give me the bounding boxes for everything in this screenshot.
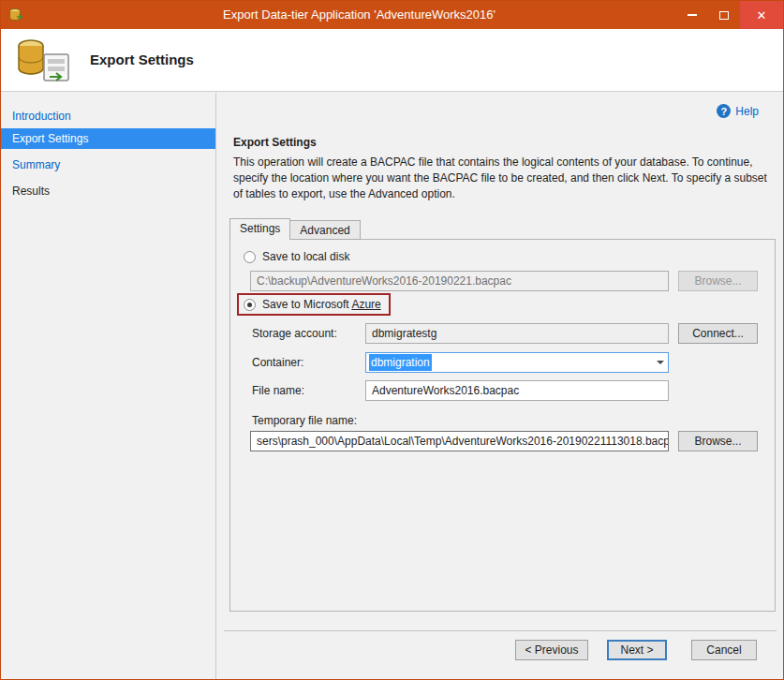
local-disk-browse-button: Browse... [678, 271, 758, 291]
sidebar-item-summary[interactable]: Summary [1, 155, 215, 175]
tab-advanced[interactable]: Advanced [290, 220, 360, 240]
maximize-button[interactable] [708, 1, 740, 29]
save-to-local-disk-option[interactable]: Save to local disk [244, 250, 349, 263]
chevron-down-icon [657, 361, 664, 364]
minimize-button[interactable] [676, 1, 708, 29]
temp-file-name-label: Temporary file name: [252, 410, 357, 431]
cancel-button[interactable]: Cancel [691, 640, 757, 660]
save-to-local-disk-label: Save to local disk [262, 250, 349, 263]
container-combobox[interactable]: dbmigration [365, 352, 669, 373]
container-label: Container: [252, 352, 303, 373]
wizard-steps-sidebar: Introduction Export Settings Summary Res… [1, 93, 216, 679]
radio-selected-dot [247, 303, 252, 307]
azure-option-highlight-box: Save to Microsoft Azure [237, 293, 391, 316]
connect-button[interactable]: Connect... [678, 323, 758, 344]
maximize-icon [719, 11, 729, 20]
next-button[interactable]: Next > [607, 640, 667, 660]
save-to-azure-radio[interactable] [244, 299, 256, 311]
save-to-azure-label: Save to Microsoft Azure [262, 298, 381, 311]
close-button[interactable]: ✕ [740, 1, 783, 29]
storage-account-label: Storage account: [252, 323, 337, 344]
footer-divider [224, 630, 777, 631]
export-wizard-window: Export Data-tier Application 'AdventureW… [0, 0, 784, 680]
description-text: This operation will create a BACPAC file… [233, 155, 777, 202]
file-name-label: File name: [252, 380, 304, 401]
local-disk-path-field: C:\backup\AdventureWorks2016-20190221.ba… [250, 271, 669, 291]
file-name-field[interactable]: AdventureWorks2016.bacpac [365, 380, 669, 401]
titlebar[interactable]: Export Data-tier Application 'AdventureW… [1, 1, 783, 29]
window-controls: ✕ [676, 1, 783, 29]
minimize-icon [688, 14, 697, 16]
wizard-header: Export Settings [1, 29, 783, 92]
save-to-local-disk-radio[interactable] [244, 251, 256, 263]
temp-file-browse-button[interactable]: Browse... [678, 431, 758, 451]
storage-account-field[interactable]: dbmigratestg [365, 323, 669, 344]
tab-settings[interactable]: Settings [229, 218, 290, 240]
sidebar-item-export-settings[interactable]: Export Settings [1, 128, 215, 149]
save-to-azure-option[interactable]: Save to Microsoft Azure [244, 298, 381, 311]
section-title: Export Settings [233, 136, 317, 149]
tab-strip: Settings Advanced [229, 218, 361, 240]
previous-button[interactable]: < Previous [515, 640, 588, 660]
help-icon: ? [717, 104, 731, 118]
close-icon: ✕ [757, 8, 767, 22]
temp-file-name-field[interactable]: sers\prash_000\AppData\Local\Temp\Advent… [250, 431, 669, 451]
sidebar-item-introduction[interactable]: Introduction [1, 106, 215, 126]
app-icon [8, 7, 23, 22]
container-dropdown-button[interactable] [652, 353, 668, 372]
export-database-icon [16, 37, 72, 84]
settings-tab-panel: Save to local disk C:\backup\AdventureWo… [229, 239, 776, 612]
sidebar-item-results: Results [1, 181, 215, 201]
help-link[interactable]: ? Help [717, 104, 759, 118]
page-title: Export Settings [90, 52, 194, 67]
container-selected-text: dbmigration [369, 354, 432, 371]
help-label: Help [735, 105, 759, 118]
window-title: Export Data-tier Application 'AdventureW… [57, 1, 661, 29]
